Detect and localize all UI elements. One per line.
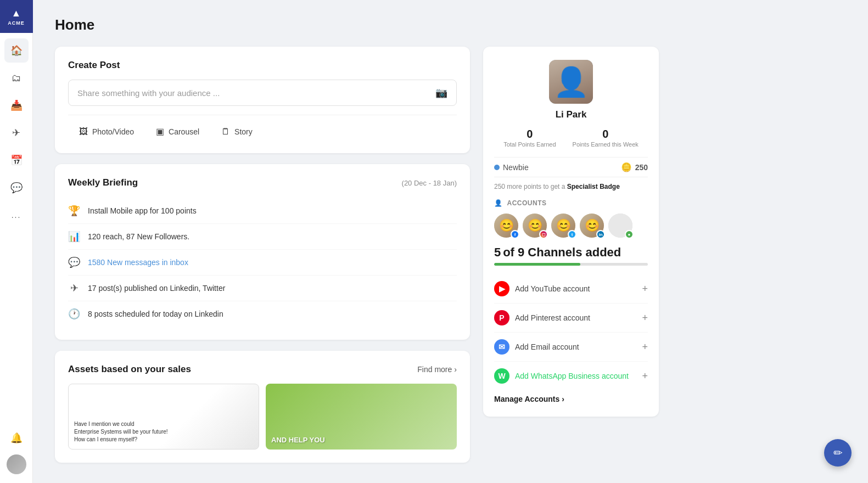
briefing-text-1: 120 reach, 87 New Followers. [88, 232, 189, 241]
assets-title: Assets based on your sales [68, 364, 191, 375]
progress-fill [494, 263, 580, 266]
carousel-label: Carousel [169, 127, 199, 136]
sidebar-user-avatar[interactable] [7, 454, 26, 474]
whatsapp-icon: W [494, 368, 509, 384]
account-avatar-fb[interactable]: 😊 f [494, 214, 518, 238]
add-account-pinterest[interactable]: P Add Pinterest account + [494, 304, 648, 333]
manage-accounts-link[interactable]: Manage Accounts › [494, 395, 648, 403]
sidebar-item-more[interactable]: ... [4, 203, 29, 227]
add-email-left: ✉ Add Email account [494, 339, 579, 355]
sidebar-item-home[interactable]: 🏠 [4, 38, 29, 63]
specialist-prefix: 250 more points to get a [494, 183, 565, 190]
manage-accounts-chevron: › [562, 395, 564, 403]
add-youtube-left: ▶ Add YouTube account [494, 281, 590, 296]
post-types: 🖼 Photo/Video ▣ Carousel 🗒 Story [68, 115, 457, 140]
accounts-avatars: 😊 f 😊 ◻ 😊 t 😊 in [494, 214, 648, 238]
total-points-label: Total Points Earned [503, 141, 556, 148]
sidebar-item-calendar[interactable]: 📅 [4, 148, 29, 172]
add-email-label: Add Email account [515, 342, 579, 351]
account-avatar-5[interactable]: ● [608, 214, 632, 238]
post-type-story[interactable]: 🗒 Story [210, 123, 264, 140]
add-whatsapp-button[interactable]: + [642, 371, 648, 381]
camera-icon: 📷 [435, 87, 447, 99]
briefing-header: Weekly Briefing (20 Dec - 18 Jan) [68, 177, 457, 188]
asset-text-1: AND HELP YOU [271, 436, 325, 444]
weekly-points-label: Points Earned this Week [573, 141, 639, 148]
publish-icon: ✈ [12, 127, 20, 139]
add-email-button[interactable]: + [642, 342, 648, 352]
bell-icon: 🔔 [10, 432, 23, 444]
sidebar: ▲ ACME 🏠 🗂 📥 ✈ 📅 💬 ... 🔔 [0, 0, 33, 483]
sidebar-item-bell[interactable]: 🔔 [4, 426, 29, 450]
add-pinterest-button[interactable]: + [642, 313, 648, 323]
add-youtube-label: Add YouTube account [515, 284, 590, 293]
add-account-whatsapp[interactable]: W Add WhatsApp Business account + [494, 362, 648, 390]
send-icon: ✈ [68, 282, 80, 294]
find-more-chevron: › [454, 365, 457, 374]
find-more-button[interactable]: Find more › [417, 365, 457, 374]
briefing-item-2[interactable]: 💬 1580 New messages in inbox [68, 250, 457, 276]
logo-text: ACME [8, 20, 25, 26]
add-pinterest-left: P Add Pinterest account [494, 310, 590, 325]
green-badge: ● [625, 230, 634, 239]
sidebar-bottom: 🔔 [4, 426, 29, 483]
badge-points-value: 250 [635, 163, 648, 172]
story-label: Story [234, 127, 253, 136]
carousel-icon: ▣ [156, 126, 164, 137]
ig-badge: ◻ [539, 230, 548, 239]
channels-of-label: of 9 Channels added [503, 245, 621, 259]
assets-card: Assets based on your sales Find more › H… [55, 351, 470, 463]
add-account-youtube[interactable]: ▶ Add YouTube account + [494, 274, 648, 304]
assets-grid: Have I mention we couldEnterprise System… [68, 384, 457, 450]
post-type-photo-video[interactable]: 🖼 Photo/Video [68, 123, 145, 140]
profile-avatar-image [549, 60, 593, 104]
fab-button[interactable]: ✏ [824, 439, 852, 467]
pinterest-icon: P [494, 310, 509, 325]
create-post-title: Create Post [68, 60, 457, 71]
account-avatar-ig[interactable]: 😊 ◻ [523, 214, 547, 238]
add-account-list: ▶ Add YouTube account + P Add Pinterest … [494, 274, 648, 390]
asset-card-1[interactable]: AND HELP YOU [266, 384, 457, 450]
add-pinterest-label: Add Pinterest account [515, 313, 590, 322]
photo-video-label: Photo/Video [92, 127, 134, 136]
specialist-badge-label: Specialist Badge [567, 183, 620, 190]
main-content: Home Create Post Share something with yo… [33, 0, 868, 483]
sidebar-item-messages[interactable]: 💬 [4, 176, 29, 200]
briefing-text-2[interactable]: 1580 New messages in inbox [88, 258, 188, 267]
specialist-text: 250 more points to get a Specialist Badg… [494, 183, 648, 190]
badge-name: Newbie [503, 163, 529, 172]
add-account-email[interactable]: ✉ Add Email account + [494, 333, 648, 362]
li-badge: in [596, 230, 605, 239]
post-type-carousel[interactable]: ▣ Carousel [145, 123, 210, 140]
account-avatar-tw[interactable]: 😊 t [551, 214, 575, 238]
badge-row: Newbie 🪙 250 [494, 157, 648, 177]
fb-badge: f [511, 230, 519, 239]
badge-points: 🪙 250 [621, 162, 648, 172]
profile-avatar [549, 60, 593, 104]
app-logo[interactable]: ▲ ACME [0, 0, 33, 33]
sidebar-item-tray[interactable]: 📥 [4, 93, 29, 117]
badge-label: Newbie [494, 163, 529, 172]
tw-badge: t [568, 230, 576, 239]
create-post-card: Create Post Share something with your au… [55, 47, 470, 153]
fab-icon: ✏ [833, 446, 843, 459]
add-whatsapp-left: W Add WhatsApp Business account [494, 368, 629, 384]
accounts-section: 👤 ACCOUNTS 😊 f 😊 ◻ [494, 199, 648, 403]
trophy-icon: 🏆 [68, 205, 80, 217]
profile-stats: 0 Total Points Earned 0 Points Earned th… [494, 128, 648, 148]
create-post-input[interactable]: Share something with your audience ... 📷 [68, 80, 457, 106]
weekly-points-stat: 0 Points Earned this Week [573, 128, 639, 148]
total-points-value: 0 [503, 128, 556, 141]
asset-card-0[interactable]: Have I mention we couldEnterprise System… [68, 384, 259, 450]
photo-video-icon: 🖼 [79, 127, 88, 137]
sidebar-item-inbox[interactable]: 🗂 [4, 66, 29, 90]
manage-accounts-label: Manage Accounts [494, 395, 559, 403]
add-youtube-button[interactable]: + [642, 284, 648, 294]
account-avatar-li[interactable]: 😊 in [580, 214, 604, 238]
youtube-icon: ▶ [494, 281, 509, 296]
sidebar-item-publish[interactable]: ✈ [4, 121, 29, 145]
sidebar-nav: 🏠 🗂 📥 ✈ 📅 💬 ... [4, 33, 29, 426]
inbox-icon: 🗂 [12, 72, 21, 84]
progress-bar [494, 263, 648, 266]
channels-count: 5 [494, 245, 501, 259]
